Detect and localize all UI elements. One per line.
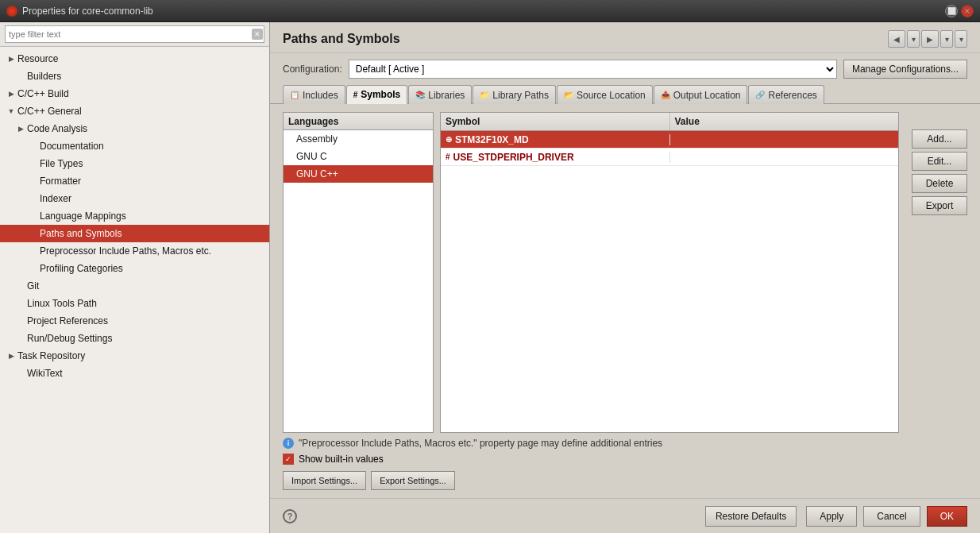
tree-item-resource[interactable]: ▶ Resource bbox=[0, 50, 269, 68]
symbol-row-1[interactable]: ⊕ STM32F10X_MD bbox=[441, 131, 898, 149]
tree-item-linux-tools[interactable]: ▶ Linux Tools Path bbox=[0, 295, 269, 312]
delete-button[interactable]: Delete bbox=[912, 174, 967, 193]
config-bar: Configuration: Default [ Active ] Manage… bbox=[270, 53, 980, 85]
tree-item-paths-and-symbols[interactable]: ▶ Paths and Symbols bbox=[0, 225, 269, 242]
nav-forward-dropdown[interactable]: ▾ bbox=[940, 30, 953, 48]
maximize-button[interactable]: ⬜ bbox=[945, 5, 958, 17]
tree-item-file-types[interactable]: ▶ File Types bbox=[0, 155, 269, 172]
tree-label: Resource bbox=[17, 53, 58, 64]
symbol-name-2: USE_STDPERIPH_DRIVER bbox=[453, 152, 574, 163]
left-panel: ✕ ▶ Resource ▶ Builders ▶ C/C++ Build ▼ … bbox=[0, 22, 270, 533]
info-bar: i "Preprocessor Include Paths, Macros et… bbox=[283, 433, 967, 452]
tree-label: C/C++ General bbox=[17, 106, 82, 117]
symbols-icon: # bbox=[353, 91, 358, 99]
tree-label: Paths and Symbols bbox=[40, 228, 122, 239]
tab-label: Library Paths bbox=[492, 90, 549, 101]
panel-header: Paths and Symbols ◀ ▾ ▶ ▾ ▾ bbox=[270, 22, 980, 53]
tree-label: Linux Tools Path bbox=[27, 298, 97, 309]
tree-item-task-repo[interactable]: ▶ Task Repository bbox=[0, 347, 269, 365]
libraries-icon: 📚 bbox=[415, 91, 425, 99]
cancel-button[interactable]: Cancel bbox=[863, 506, 920, 527]
tree-arrow: ▶ bbox=[6, 351, 16, 361]
tree-item-builders[interactable]: ▶ Builders bbox=[0, 68, 269, 85]
tree-arrow: ▶ bbox=[6, 54, 16, 64]
table-section: Languages Assembly GNU C GNU C++ Symbol … bbox=[283, 112, 967, 433]
symbol-cell-2: # USE_STDPERIPH_DRIVER bbox=[441, 152, 670, 163]
title-bar: Properties for core-common-lib ⬜ ✕ bbox=[0, 0, 980, 22]
checkbox-icon[interactable]: ✓ bbox=[283, 454, 294, 465]
export-button[interactable]: Export bbox=[912, 196, 967, 215]
tab-label: Symbols bbox=[361, 89, 400, 100]
nav-back-button[interactable]: ◀ bbox=[888, 30, 905, 48]
config-label: Configuration: bbox=[283, 64, 342, 75]
tree-arrow-down: ▼ bbox=[6, 106, 16, 116]
tree-label: Task Repository bbox=[17, 350, 85, 361]
tab-label: Output Location bbox=[673, 90, 741, 101]
help-icon[interactable]: ? bbox=[283, 509, 297, 523]
symbol-name-1: STM32F10X_MD bbox=[455, 134, 529, 145]
library-paths-icon: 📁 bbox=[480, 91, 489, 99]
tree-item-c-cpp-build[interactable]: ▶ C/C++ Build bbox=[0, 85, 269, 102]
apply-button[interactable]: Apply bbox=[806, 506, 857, 527]
lang-item-gnu-c[interactable]: GNU C bbox=[284, 148, 433, 165]
tree-label: Language Mappings bbox=[40, 210, 126, 222]
tree-label: Code Analysis bbox=[27, 123, 87, 134]
tree-item-wikitext[interactable]: ▶ WikiText bbox=[0, 365, 269, 382]
close-button[interactable]: ✕ bbox=[961, 5, 974, 17]
tree-item-project-refs[interactable]: ▶ Project References bbox=[0, 312, 269, 330]
tree-label: C/C++ Build bbox=[17, 88, 69, 99]
filter-bar: ✕ bbox=[0, 22, 269, 47]
import-settings-button[interactable]: Import Settings... bbox=[283, 471, 366, 490]
symbol-row-2[interactable]: # USE_STDPERIPH_DRIVER bbox=[441, 149, 898, 166]
includes-icon: 📋 bbox=[290, 91, 299, 99]
manage-configurations-button[interactable]: Manage Configurations... bbox=[843, 60, 967, 79]
nav-back-dropdown[interactable]: ▾ bbox=[907, 30, 920, 48]
value-col-header: Value bbox=[670, 113, 899, 130]
tree-item-run-debug[interactable]: ▶ Run/Debug Settings bbox=[0, 330, 269, 347]
tree-item-profiling[interactable]: ▶ Profiling Categories bbox=[0, 260, 269, 277]
tab-references[interactable]: 🔗 References bbox=[748, 85, 824, 104]
content-area: Languages Assembly GNU C GNU C++ Symbol … bbox=[270, 104, 980, 498]
tab-output-location[interactable]: 📤 Output Location bbox=[654, 85, 748, 104]
filter-input[interactable] bbox=[5, 25, 264, 43]
tree-item-documentation[interactable]: ▶ Documentation bbox=[0, 137, 269, 155]
add-button[interactable]: Add... bbox=[912, 129, 967, 149]
symbol-row-icon-1: ⊕ bbox=[446, 135, 452, 144]
lang-item-assembly[interactable]: Assembly bbox=[284, 130, 433, 148]
nav-menu-dropdown[interactable]: ▾ bbox=[955, 30, 967, 48]
ok-button[interactable]: OK bbox=[927, 506, 967, 527]
tree-item-language-mappings[interactable]: ▶ Language Mappings bbox=[0, 207, 269, 225]
tree-label: Formatter bbox=[40, 176, 81, 187]
edit-button[interactable]: Edit... bbox=[912, 152, 967, 171]
tree-item-indexer[interactable]: ▶ Indexer bbox=[0, 190, 269, 207]
tree-item-preprocessor[interactable]: ▶ Preprocessor Include Paths, Macros etc… bbox=[0, 242, 269, 260]
checkbox-label[interactable]: Show built-in values bbox=[299, 454, 384, 465]
symbol-cell-1: ⊕ STM32F10X_MD bbox=[441, 134, 670, 145]
tree-label: Builders bbox=[27, 71, 61, 82]
tree-arrow: ▶ bbox=[6, 89, 16, 98]
panel-title: Paths and Symbols bbox=[283, 32, 400, 46]
symbols-panel: Symbol Value ⊕ STM32F10X_MD bbox=[440, 112, 899, 433]
tab-includes[interactable]: 📋 Includes bbox=[283, 85, 345, 104]
lang-item-gnu-cpp[interactable]: GNU C++ bbox=[284, 165, 433, 183]
filter-clear-button[interactable]: ✕ bbox=[252, 29, 263, 40]
tab-libraries[interactable]: 📚 Libraries bbox=[408, 85, 472, 104]
tree-item-formatter[interactable]: ▶ Formatter bbox=[0, 172, 269, 190]
source-location-icon: 📂 bbox=[564, 91, 573, 99]
references-icon: 🔗 bbox=[755, 91, 765, 99]
main-container: ✕ ▶ Resource ▶ Builders ▶ C/C++ Build ▼ … bbox=[0, 22, 980, 533]
restore-defaults-button[interactable]: Restore Defaults bbox=[705, 506, 797, 527]
checkbox-bar: ✓ Show built-in values bbox=[283, 452, 967, 469]
nav-forward-button[interactable]: ▶ bbox=[921, 30, 939, 48]
export-settings-button[interactable]: Export Settings... bbox=[371, 471, 455, 490]
window-controls: ⬜ ✕ bbox=[945, 5, 974, 17]
header-nav: ◀ ▾ ▶ ▾ ▾ bbox=[888, 30, 967, 48]
tree-label: WikiText bbox=[27, 368, 63, 379]
tree-item-c-cpp-general[interactable]: ▼ C/C++ General bbox=[0, 102, 269, 120]
tree-item-code-analysis[interactable]: ▶ Code Analysis bbox=[0, 120, 269, 137]
tab-symbols[interactable]: # Symbols bbox=[346, 85, 408, 104]
tree-item-git[interactable]: ▶ Git bbox=[0, 277, 269, 295]
tab-library-paths[interactable]: 📁 Library Paths bbox=[473, 85, 556, 104]
config-select[interactable]: Default [ Active ] bbox=[349, 60, 837, 79]
tab-source-location[interactable]: 📂 Source Location bbox=[557, 85, 653, 104]
